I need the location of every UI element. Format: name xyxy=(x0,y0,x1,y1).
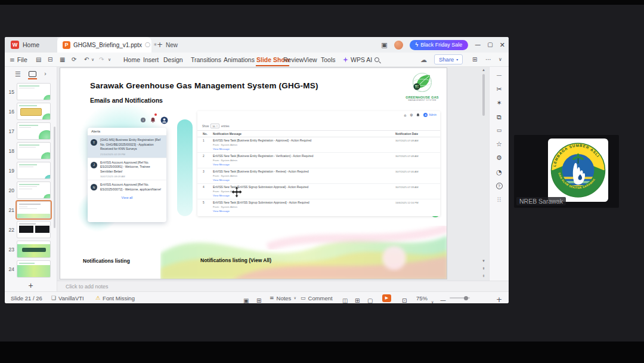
notes-toggle[interactable]: ≡Notes∨ xyxy=(270,292,296,303)
collapse-panel-icon[interactable]: › xyxy=(44,71,47,77)
slideshow-play-button[interactable]: ▶ xyxy=(382,292,391,303)
scroll-down-icon[interactable]: ▼ xyxy=(480,259,487,263)
shapes-icon[interactable]: ⧉ xyxy=(497,114,501,121)
view-message-link[interactable]: View Message xyxy=(213,194,230,197)
cloud-sync-icon[interactable]: ☁ xyxy=(420,53,427,67)
outline-view-icon[interactable]: ☰ xyxy=(15,71,21,78)
new-tab-button[interactable]: + New xyxy=(157,37,178,53)
menu-insert[interactable]: Insert xyxy=(143,53,159,67)
minimize-button[interactable]: — xyxy=(475,42,481,48)
grid-view-icon[interactable]: ▣ xyxy=(243,295,249,303)
slide-thumbnail-18[interactable] xyxy=(17,142,51,159)
zoom-dropdown-icon[interactable]: ∨ xyxy=(431,296,434,303)
notes-input[interactable]: Click to add notes xyxy=(57,281,509,291)
share-button[interactable]: Share▾ xyxy=(434,54,463,64)
slide-sorter-icon[interactable]: ⊞ xyxy=(355,295,360,303)
view-all-link[interactable]: View all xyxy=(88,193,166,202)
slide-thumbnail-16[interactable] xyxy=(17,103,51,120)
panel-layout-icon[interactable]: ⊞ xyxy=(472,53,477,67)
logo-subname: MANAGEMENT SYSTEM xyxy=(404,99,441,101)
alert-item[interactable]: T [GHG-MS] Business Entity Registration … xyxy=(88,136,166,158)
search-icon[interactable] xyxy=(374,53,379,67)
animation-pane-icon[interactable]: ✶ xyxy=(496,100,501,106)
mouse-cursor xyxy=(231,186,243,198)
zoom-slider[interactable] xyxy=(450,292,470,303)
view-message-link[interactable]: View Message xyxy=(213,163,230,166)
add-slide-button[interactable]: + xyxy=(5,281,57,290)
user-avatar-icon xyxy=(160,116,168,124)
current-slide[interactable]: Sarawak Greenhouse Gas Management System… xyxy=(60,67,447,279)
undo-icon[interactable]: ↶ xyxy=(84,53,89,67)
undo-dropdown-icon[interactable]: ∨ xyxy=(91,53,94,67)
menu-tools[interactable]: Tools xyxy=(321,53,336,67)
fit-slide-icon[interactable]: ⊡ xyxy=(402,295,407,303)
slide-thumbnail-21-selected[interactable] xyxy=(17,201,51,219)
zoom-level[interactable]: 75% xyxy=(416,292,428,303)
slide-thumbnail-17[interactable] xyxy=(17,122,51,140)
zoom-in-icon[interactable]: + xyxy=(496,294,502,303)
alert-item[interactable]: N EnVISS Account Approved [Ref No. ES/20… xyxy=(88,180,166,193)
view-message-link[interactable]: View Message xyxy=(213,147,230,150)
favorites-icon[interactable]: ☆ xyxy=(496,141,502,147)
export-icon[interactable]: ⊞ xyxy=(256,295,261,303)
slide-thumbnail-24[interactable] xyxy=(17,260,51,278)
menu-animations[interactable]: Animations xyxy=(224,53,255,67)
thumbnail-scrollbar[interactable] xyxy=(54,127,55,228)
scroll-up-icon[interactable]: ▲ xyxy=(480,68,487,72)
slide-thumbnail-15[interactable] xyxy=(17,83,51,100)
participant-video-tile[interactable]: LEMBAGA SUMBER ASLI DAN ALAM SEKITAR SAR… xyxy=(514,135,619,208)
entries-select[interactable]: 10∨ xyxy=(210,124,219,128)
more-history-icon[interactable]: ∨ xyxy=(108,53,111,67)
status-bar: Slide 21 / 26 ❏VanillaVTI ⚠ Font Missing… xyxy=(5,291,509,303)
print-icon[interactable]: ▦ xyxy=(60,53,65,67)
slide-indicator: Slide 21 / 26 xyxy=(11,292,42,303)
slide-thumbnail-19[interactable] xyxy=(17,162,51,179)
menu-view[interactable]: View xyxy=(304,53,317,67)
canvas-scrollbar[interactable]: ▲ ▼ ⇞ ⇟ xyxy=(480,67,487,281)
view-message-link[interactable]: View Message xyxy=(213,210,230,213)
menu-wps-ai[interactable]: WPS AI xyxy=(343,53,372,67)
menu-home[interactable]: Home xyxy=(123,53,140,67)
refresh-icon[interactable]: ⟳ xyxy=(72,53,76,67)
tab-home[interactable]: W Home xyxy=(5,37,57,53)
menu-transitions[interactable]: Transitions xyxy=(191,53,221,67)
next-slide-icon[interactable]: ⇟ xyxy=(480,273,487,278)
thumb-number: 23 xyxy=(5,247,17,253)
zoom-out-icon[interactable]: — xyxy=(440,294,446,303)
slide-thumbnail-20[interactable] xyxy=(17,182,51,199)
alert-item[interactable]: J EnVISS Account Approved [Ref No. ES/20… xyxy=(88,158,166,181)
table-row: 1EnVISS New Task [Business Entity Regist… xyxy=(197,137,440,153)
account-avatar[interactable] xyxy=(394,41,403,50)
normal-view-icon[interactable]: ◫ xyxy=(342,295,348,303)
history-icon[interactable]: ◔ xyxy=(496,169,502,176)
slide-thumbnail-22[interactable] xyxy=(17,221,51,238)
account-settings-icon[interactable]: ⚙ xyxy=(496,155,502,161)
window-switcher-icon[interactable]: ▣ xyxy=(381,42,387,48)
slide-view-icon[interactable] xyxy=(29,71,36,77)
previous-slide-icon[interactable]: ⇞ xyxy=(480,266,487,270)
more-options-icon[interactable]: ⋯ xyxy=(485,53,491,67)
view-message-link[interactable]: View Message xyxy=(213,179,230,182)
reading-view-icon[interactable]: ▢ xyxy=(367,295,373,303)
black-friday-sale-button[interactable]: ϟ Black Friday Sale xyxy=(410,40,469,50)
comment-panel-icon[interactable]: ▭ xyxy=(497,128,502,133)
tab-document[interactable]: P GHGMS_Briefing_v1.pptx ◯ ∗ xyxy=(57,37,151,53)
redo-icon[interactable]: ↷ xyxy=(99,53,104,67)
style-tools-icon[interactable]: ✂ xyxy=(496,86,501,93)
close-button[interactable]: ✕ xyxy=(500,42,505,48)
comment-toggle[interactable]: ▭Comment xyxy=(301,292,333,303)
font-missing-warning[interactable]: ⚠ Font Missing xyxy=(95,292,135,303)
apps-grid-icon[interactable]: ⠿ xyxy=(497,197,501,204)
theme-indicator[interactable]: ❏VanillaVTI xyxy=(51,292,84,303)
file-menu[interactable]: ≡File xyxy=(10,53,27,67)
save-icon[interactable]: ▤ xyxy=(36,53,41,67)
wave-ribbon-decoration xyxy=(160,210,447,279)
menu-design[interactable]: Design xyxy=(163,53,183,67)
help-icon[interactable]: ? xyxy=(496,183,503,189)
slide-thumbnail-23[interactable] xyxy=(17,241,51,258)
collapse-icon[interactable]: — xyxy=(497,73,502,78)
collapse-ribbon-icon[interactable]: ∨ xyxy=(499,53,502,67)
output-icon[interactable]: ⊟ xyxy=(48,53,52,67)
restore-button[interactable]: ▢ xyxy=(487,42,493,48)
tab-sync-icon: ◯ xyxy=(145,42,150,47)
